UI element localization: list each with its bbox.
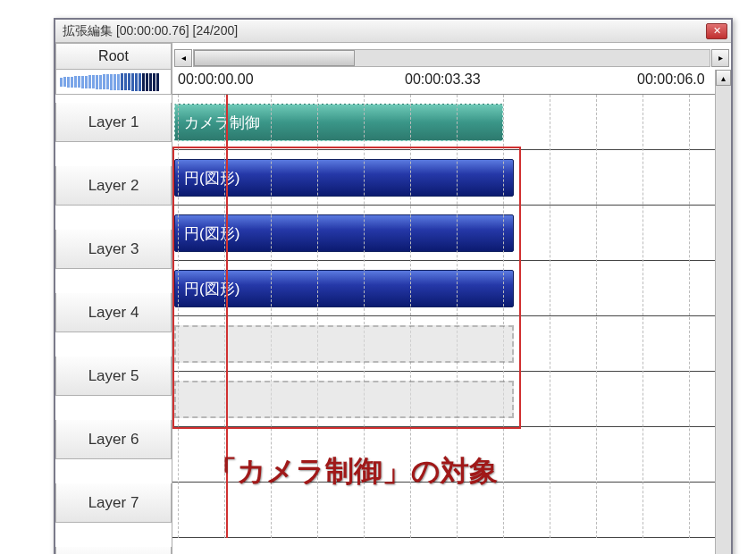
root-button[interactable]: Root: [55, 43, 172, 70]
timeline-window: 拡張編集 [00:00:00.76] [24/200] ✕ Root: [54, 18, 733, 554]
scroll-up-icon[interactable]: ▴: [716, 70, 731, 86]
selection-ghost: [174, 381, 514, 418]
scroll-right-icon[interactable]: ▸: [711, 49, 729, 67]
track-area[interactable]: カメラ制御 円(図形) 円(図形) 円(図形): [172, 95, 731, 538]
timestamp-2: 00:00:06.0: [637, 71, 705, 88]
track-row[interactable]: [172, 427, 731, 483]
layer-label-4[interactable]: Layer 4: [55, 293, 172, 332]
timestamp-1: 00:00:03.33: [405, 71, 481, 88]
layer-label-8[interactable]: Layer 8: [55, 547, 172, 554]
vertical-scrollbar[interactable]: ▴ ▾: [715, 70, 731, 554]
selection-ghost: [174, 325, 514, 363]
layer-label-1[interactable]: Layer 1: [55, 103, 172, 142]
layer-label-2[interactable]: Layer 2: [55, 166, 172, 206]
left-column: Root Layer 1 Layer 2 Layer 3 Layer: [55, 43, 172, 554]
track-row[interactable]: [172, 316, 731, 372]
timeline-area: ◂ ▸ 00:00:00.00 00:00:03.33 00:00:06.0 カ…: [172, 43, 731, 554]
layer-label-7[interactable]: Layer 7: [55, 483, 172, 523]
close-icon[interactable]: ✕: [706, 23, 727, 39]
scroll-thumb[interactable]: [194, 50, 355, 66]
layer-label-6[interactable]: Layer 6: [55, 420, 172, 459]
titlebar[interactable]: 拡張編集 [00:00:00.76] [24/200] ✕: [55, 20, 731, 43]
track-row[interactable]: [172, 372, 731, 427]
zoom-indicator[interactable]: [55, 70, 172, 95]
scroll-track[interactable]: [193, 49, 710, 67]
client-area: Root Layer 1 Layer 2 Layer 3 Layer: [55, 43, 731, 554]
clip-circle-shape[interactable]: 円(図形): [174, 214, 514, 252]
layer-label-3[interactable]: Layer 3: [55, 230, 172, 269]
horizontal-scrollbar[interactable]: ◂ ▸: [172, 43, 731, 70]
layer-label-5[interactable]: Layer 5: [55, 357, 172, 396]
track-row[interactable]: カメラ制御: [172, 95, 731, 150]
track-row[interactable]: 円(図形): [172, 206, 731, 261]
track-row[interactable]: 円(図形): [172, 150, 731, 206]
time-ruler-labels: 00:00:00.00 00:00:03.33 00:00:06.0: [172, 70, 731, 95]
clip-circle-shape[interactable]: 円(図形): [174, 270, 514, 307]
window-title: 拡張編集 [00:00:00.76] [24/200]: [63, 23, 706, 39]
clip-circle-shape[interactable]: 円(図形): [174, 159, 514, 197]
track-row[interactable]: 円(図形): [172, 261, 731, 316]
timestamp-0: 00:00:00.00: [178, 71, 254, 88]
scroll-left-icon[interactable]: ◂: [174, 49, 192, 67]
vscroll-track[interactable]: [716, 86, 731, 554]
track-row[interactable]: [172, 483, 731, 538]
